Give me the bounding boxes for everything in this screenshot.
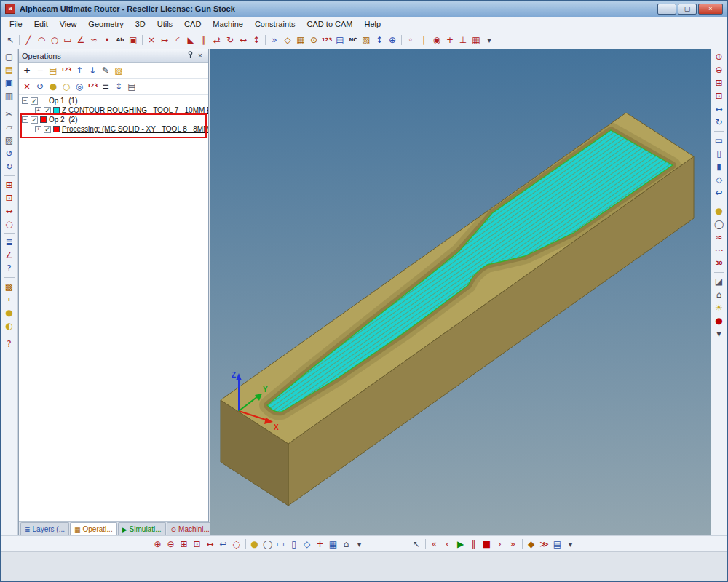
view-side-button[interactable]: ▮ bbox=[713, 160, 726, 173]
reorder-button[interactable]: ↕ bbox=[112, 80, 125, 93]
zoom-out-button[interactable]: ⊖ bbox=[165, 538, 178, 551]
section-button[interactable]: ◪ bbox=[713, 275, 726, 288]
select-operations-button[interactable]: ↖ bbox=[410, 538, 423, 551]
play-simulation-button[interactable]: ▶ bbox=[454, 538, 467, 551]
nc-code-button[interactable]: NC bbox=[347, 33, 360, 47]
tree-row-op1-toolpath[interactable]: + ✓ Z CONTOUR ROUGHING TOOL 7 10MM FLAT bbox=[19, 105, 208, 115]
contour-button[interactable]: ◇ bbox=[281, 33, 294, 47]
nesting-button[interactable]: ▧ bbox=[360, 33, 373, 47]
trim-button[interactable]: × bbox=[145, 33, 158, 47]
origin-button[interactable]: + bbox=[314, 538, 327, 551]
point-button[interactable]: • bbox=[100, 33, 114, 47]
tab-layers[interactable]: ≣ Layers (... bbox=[20, 522, 69, 535]
tab-operations[interactable]: ▦ Operati... bbox=[70, 522, 117, 535]
help-button[interactable]: ? bbox=[3, 338, 16, 351]
pause-simulation-button[interactable]: ‖ bbox=[467, 538, 480, 551]
expander-icon[interactable]: + bbox=[35, 107, 41, 113]
close-button[interactable]: × bbox=[698, 4, 723, 15]
menu-item[interactable]: Utils bbox=[151, 17, 178, 31]
delete-operation-button[interactable]: × bbox=[20, 80, 33, 93]
tree-row-op2[interactable]: − ✓ Op 2 (2) bbox=[19, 115, 208, 124]
redraw-button[interactable]: ◌ bbox=[230, 538, 243, 551]
checkbox[interactable]: ✓ bbox=[31, 116, 38, 124]
menu-item[interactable]: Machine bbox=[207, 17, 249, 31]
expander-icon[interactable]: − bbox=[22, 116, 28, 123]
rotate-view-button[interactable]: ↻ bbox=[713, 116, 726, 129]
pin-icon[interactable] bbox=[185, 51, 195, 60]
expander-icon[interactable]: + bbox=[35, 126, 41, 132]
view-menu-button[interactable]: ▾ bbox=[353, 538, 366, 551]
tool-numbers-button[interactable]: 123 bbox=[86, 80, 99, 93]
render-button[interactable]: ◐ bbox=[3, 319, 16, 332]
line-button[interactable]: ╱ bbox=[22, 33, 35, 47]
print-button[interactable]: ▥ bbox=[3, 89, 16, 103]
query-button[interactable]: ? bbox=[3, 262, 16, 275]
view-top-button[interactable]: ▭ bbox=[713, 134, 726, 147]
batch-list-button[interactable]: ≡ bbox=[99, 80, 112, 93]
minimize-button[interactable]: – bbox=[657, 4, 676, 15]
pan-button[interactable]: ↔ bbox=[204, 538, 217, 551]
copy-button[interactable]: ▱ bbox=[3, 121, 16, 134]
expander-icon[interactable]: − bbox=[22, 97, 28, 104]
menu-item[interactable]: Help bbox=[359, 17, 387, 31]
menu-item[interactable]: Geometry bbox=[82, 17, 129, 31]
chamfer-button[interactable]: ◣ bbox=[184, 33, 197, 47]
tab-simulation[interactable]: ▶ Simulati... bbox=[118, 522, 166, 535]
previous-view-button[interactable]: ↩ bbox=[713, 186, 726, 199]
sim-report-button[interactable]: ▤ bbox=[551, 538, 564, 551]
stop-simulation-button[interactable]: ■ bbox=[480, 538, 494, 551]
tool-directions-button[interactable]: » bbox=[268, 33, 281, 47]
layers-button[interactable]: ≣ bbox=[3, 236, 16, 249]
snap-endpoint-button[interactable]: ◦ bbox=[404, 33, 417, 47]
fast-forward-button[interactable]: ≫ bbox=[538, 538, 551, 551]
tool-change-button[interactable]: ⊕ bbox=[386, 33, 399, 47]
go-first-button[interactable]: « bbox=[428, 538, 441, 551]
zoom-out-button[interactable]: ⊖ bbox=[713, 63, 726, 76]
shaded-button[interactable]: ● bbox=[248, 538, 261, 551]
previous-view-button[interactable]: ↩ bbox=[217, 538, 230, 551]
menu-item[interactable]: CAD bbox=[178, 17, 207, 31]
offset-button[interactable]: ∥ bbox=[197, 33, 210, 47]
redo-button[interactable]: ↻ bbox=[3, 160, 16, 173]
undo-button[interactable]: ↺ bbox=[33, 80, 47, 93]
pan-button[interactable]: ↔ bbox=[713, 103, 726, 116]
perspective-button[interactable]: ⌂ bbox=[713, 288, 726, 301]
snap-midpoint-button[interactable]: ∣ bbox=[417, 33, 430, 47]
menu-item[interactable]: CAD to CAM bbox=[301, 17, 359, 31]
snap-center-button[interactable]: ◉ bbox=[430, 33, 443, 47]
checkbox[interactable]: ✓ bbox=[44, 107, 51, 114]
material-button[interactable]: ▩ bbox=[3, 280, 16, 293]
menu-item[interactable]: Constraints bbox=[249, 17, 301, 31]
numbering-button[interactable]: 123 bbox=[320, 33, 333, 47]
fillet-button[interactable]: ◜ bbox=[171, 33, 184, 47]
model-viewport[interactable]: Z X Y bbox=[210, 49, 709, 536]
circle-button[interactable]: ○ bbox=[48, 33, 61, 47]
drilling-button[interactable]: ⊙ bbox=[307, 33, 320, 47]
wireframe-button[interactable]: ◯ bbox=[713, 218, 726, 231]
expand-all-button[interactable]: + bbox=[20, 64, 33, 77]
rotate-button[interactable]: ↻ bbox=[223, 33, 237, 47]
cut-button[interactable]: ✂ bbox=[3, 108, 16, 121]
show-toolpaths-button[interactable]: ≈ bbox=[713, 231, 726, 244]
find-button[interactable]: ◎ bbox=[73, 80, 86, 93]
maximize-button[interactable]: ▢ bbox=[678, 4, 697, 15]
collapse-all-button[interactable]: − bbox=[33, 64, 47, 77]
step-forward-button[interactable]: › bbox=[494, 538, 507, 551]
redraw-button[interactable]: ◌ bbox=[3, 218, 16, 231]
machining-styles-button[interactable]: ▤ bbox=[333, 33, 347, 47]
view-front-button[interactable]: ▯ bbox=[288, 538, 301, 551]
extend-button[interactable]: ↦ bbox=[158, 33, 171, 47]
pan-button[interactable]: ↔ bbox=[3, 204, 16, 218]
lock-button[interactable]: ● bbox=[47, 80, 60, 93]
panel-close-icon[interactable]: × bbox=[195, 51, 205, 60]
tree-row-op1[interactable]: − ✓ Op 1 (1) bbox=[19, 96, 208, 105]
zoom-window-button[interactable]: ⊞ bbox=[3, 178, 16, 191]
list-view-button[interactable]: ▤ bbox=[125, 80, 138, 93]
record-button[interactable]: ● bbox=[713, 314, 726, 327]
tool-library-button[interactable]: T bbox=[3, 293, 16, 306]
step-back-button[interactable]: ‹ bbox=[441, 538, 454, 551]
tree-row-op2-toolpath[interactable]: + ✓ Processing: (MC SOLID - XY TOOL 8 8M… bbox=[19, 124, 208, 134]
zoom-window-button[interactable]: ⊞ bbox=[178, 538, 191, 551]
new-folder-button[interactable]: ▤ bbox=[47, 64, 60, 77]
select-button[interactable]: ↖ bbox=[4, 33, 17, 47]
